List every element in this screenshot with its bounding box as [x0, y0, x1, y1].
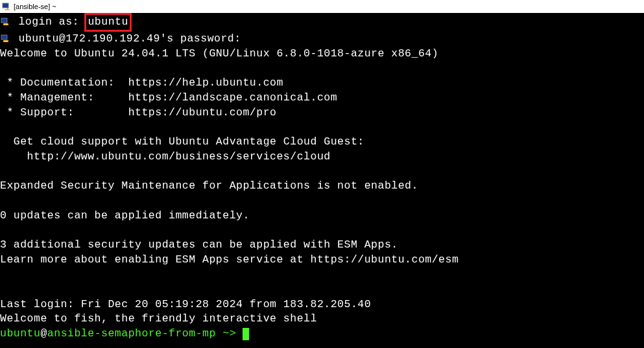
svg-rect-3: [1, 18, 7, 23]
prompt-host: ansible-semaphore-from-mp ~>: [47, 327, 243, 342]
motd-esm-2: Learn more about enabling ESM Apps servi…: [0, 253, 644, 268]
terminal-output[interactable]: login as: ubuntu ubuntu@172.190.192.49's…: [0, 13, 644, 348]
shell-prompt-line: ubuntu@ansible-semaphore-from-mp ~>: [0, 327, 644, 342]
svg-rect-4: [3, 23, 8, 25]
svg-rect-0: [3, 3, 8, 8]
motd-updates: 0 updates can be applied immediately.: [0, 209, 644, 224]
motd-cloud-2: http://www.ubuntu.com/business/services/…: [0, 150, 644, 165]
window-title: [ansible-se] ~: [14, 3, 56, 10]
terminal-cursor: [243, 328, 249, 340]
terminal-session-icon: [0, 34, 12, 44]
svg-rect-5: [1, 35, 7, 40]
svg-rect-1: [5, 9, 10, 10]
motd-link-mgmt: * Management: https://landscape.canonica…: [0, 91, 644, 106]
username-highlight: ubuntu: [84, 13, 131, 32]
prompt-user: ubuntu: [0, 327, 40, 342]
motd-welcome: Welcome to Ubuntu 24.04.1 LTS (GNU/Linux…: [0, 47, 644, 62]
password-prompt: ubuntu@172.190.192.49's password:: [18, 32, 241, 47]
prompt-at: @: [40, 327, 47, 342]
login-prompt-label: login as:: [18, 15, 86, 30]
motd-esm-1: 3 additional security updates can be app…: [0, 238, 644, 253]
fish-welcome: Welcome to fish, the friendly interactiv…: [0, 312, 644, 327]
window-title-bar: [ansible-se] ~: [0, 0, 644, 13]
login-username: ubuntu: [88, 16, 128, 28]
motd-link-support: * Support: https://ubuntu.com/pro: [0, 106, 644, 121]
motd-esm-notice: Expanded Security Maintenance for Applic…: [0, 179, 644, 194]
motd-cloud-1: Get cloud support with Ubuntu Advantage …: [0, 135, 644, 150]
motd-link-doc: * Documentation: https://help.ubuntu.com: [0, 76, 644, 91]
motd-last-login: Last login: Fri Dec 20 05:19:28 2024 fro…: [0, 297, 644, 312]
terminal-session-icon: [0, 17, 12, 27]
svg-rect-6: [3, 40, 8, 42]
putty-icon: [1, 1, 12, 12]
